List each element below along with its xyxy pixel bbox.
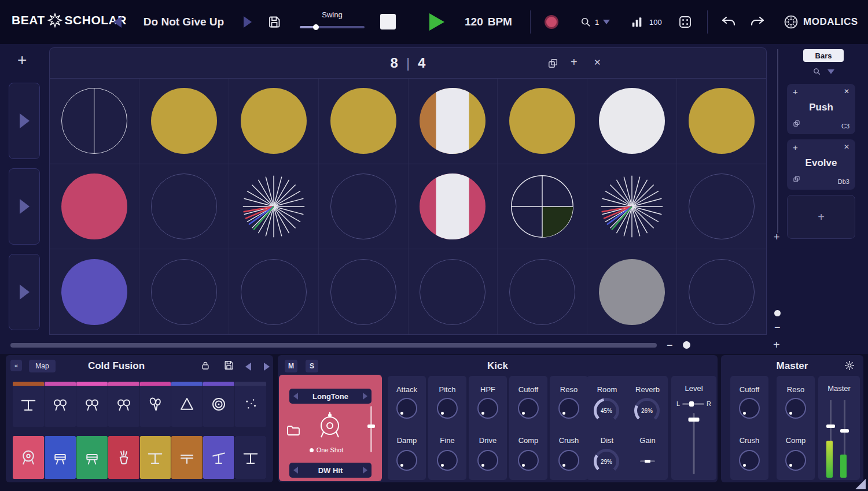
beat-circle-empty[interactable]	[689, 173, 755, 239]
pan-slider[interactable]	[682, 403, 704, 405]
lock-icon[interactable]	[200, 360, 211, 373]
beat-cell[interactable]	[50, 79, 139, 164]
gear-icon[interactable]	[844, 360, 855, 374]
loop-dropdown-icon[interactable]	[603, 20, 610, 24]
beat-cell[interactable]	[139, 249, 229, 334]
beat-circle-empty[interactable]	[330, 173, 396, 239]
sample-selector-top[interactable]: LongTone	[289, 389, 372, 404]
duplicate-pattern-icon[interactable]	[547, 58, 558, 71]
drum-pad[interactable]	[235, 382, 266, 427]
beat-cell[interactable]	[677, 79, 766, 164]
beat-circle-subdivided[interactable]	[241, 173, 307, 239]
beat-circle-empty-split[interactable]	[61, 88, 127, 154]
pan-handle[interactable]	[689, 401, 694, 407]
pitch-knob[interactable]	[437, 398, 458, 419]
beat-cell[interactable]	[319, 249, 409, 334]
drive-knob[interactable]	[477, 450, 498, 471]
crush-knob[interactable]	[558, 450, 579, 471]
song-title[interactable]: Do Not Give Up	[133, 16, 234, 28]
card-add-icon[interactable]: +	[793, 87, 798, 97]
vertical-zoom-handle[interactable]	[774, 310, 781, 316]
beat-cell[interactable]	[50, 164, 139, 249]
row-play-button-2[interactable]	[9, 168, 40, 245]
card-add-icon[interactable]: +	[793, 142, 798, 152]
beat-circle-empty[interactable]	[509, 259, 575, 325]
beat-cell[interactable]	[498, 164, 587, 249]
kit-name[interactable]: Cold Fusion	[41, 360, 192, 372]
prev-sample-icon[interactable]	[293, 393, 298, 400]
next-pattern-icon[interactable]	[244, 16, 252, 28]
beat-cell[interactable]	[139, 164, 229, 249]
drum-pad[interactable]	[108, 436, 139, 479]
hzoom-in-icon[interactable]: +	[773, 338, 780, 352]
drum-pad[interactable]	[76, 436, 108, 479]
sidebar-zoom-icon[interactable]	[812, 67, 821, 78]
swing-handle[interactable]	[313, 24, 319, 30]
vertical-zoom-out-icon[interactable]: −	[774, 322, 781, 334]
card-close-icon[interactable]: ✕	[844, 87, 849, 95]
hpf-knob[interactable]	[477, 398, 498, 419]
beat-circle-empty[interactable]	[151, 173, 217, 239]
beat-circle-split[interactable]	[420, 88, 486, 154]
save-kit-icon[interactable]	[223, 360, 234, 373]
play-button[interactable]	[429, 13, 444, 31]
card-close-icon[interactable]: ✕	[844, 143, 849, 151]
track-card-evolve[interactable]: + ✕ Evolve Db3	[787, 139, 855, 190]
drum-pad[interactable]	[140, 382, 171, 427]
beat-circle-filled[interactable]	[151, 88, 217, 154]
card-duplicate-icon[interactable]	[793, 175, 800, 185]
drum-pad[interactable]	[13, 382, 44, 427]
beat-circle-empty[interactable]	[330, 259, 396, 325]
beat-cell[interactable]	[677, 164, 766, 249]
drum-pad[interactable]	[45, 436, 76, 479]
next-sample-icon[interactable]	[363, 467, 367, 474]
add-pattern-icon[interactable]: +	[571, 56, 578, 69]
reverb-knob[interactable]: 26%	[634, 398, 660, 423]
redo-icon[interactable]	[750, 15, 765, 29]
beat-cell[interactable]	[319, 79, 409, 164]
dist-knob[interactable]: 29%	[594, 449, 619, 474]
beat-cell[interactable]	[409, 249, 498, 334]
folder-icon[interactable]	[286, 423, 300, 440]
beat-cell[interactable]	[229, 79, 319, 164]
vertical-zoom-track[interactable]	[777, 49, 778, 233]
track-card-push[interactable]: + ✕ Push C3	[787, 84, 855, 134]
collapse-icon[interactable]: «	[10, 360, 22, 371]
swing-slider[interactable]	[300, 26, 365, 28]
add-track-card[interactable]: +	[787, 195, 855, 239]
delete-pattern-icon[interactable]: ✕	[594, 57, 601, 68]
beat-circle-filled[interactable]	[61, 173, 127, 239]
bars-mode-button[interactable]: Bars	[803, 49, 844, 62]
timesig-numerator[interactable]: 8	[391, 55, 398, 71]
beat-circle-filled[interactable]	[61, 259, 127, 325]
drum-pad[interactable]	[235, 436, 266, 479]
beat-circle-filled[interactable]	[689, 88, 755, 154]
beat-cell[interactable]	[498, 79, 587, 164]
drum-pad[interactable]	[45, 382, 76, 427]
hzoom-out-icon[interactable]: −	[667, 339, 673, 352]
stop-button[interactable]	[380, 14, 396, 29]
cutoff-knob[interactable]	[739, 398, 760, 419]
beat-circle-filled[interactable]	[599, 259, 665, 325]
next-sample-icon[interactable]	[363, 393, 367, 400]
velocity-bars-icon[interactable]	[631, 16, 643, 28]
vertical-zoom-in-icon[interactable]: +	[774, 231, 780, 243]
one-shot-toggle[interactable]: One Shot	[279, 446, 374, 453]
beat-circle-empty[interactable]	[689, 259, 755, 325]
drum-pad[interactable]	[13, 436, 44, 479]
beat-cell[interactable]	[498, 249, 587, 334]
cutoff-knob[interactable]	[518, 398, 539, 419]
beat-circle-filled[interactable]	[599, 88, 665, 154]
sample-volume-slider[interactable]	[370, 406, 372, 452]
drum-pad[interactable]	[140, 436, 171, 479]
beat-circle-subdivided[interactable]	[599, 173, 665, 239]
hzoom-handle[interactable]	[683, 341, 690, 349]
prev-pattern-icon[interactable]	[113, 16, 122, 28]
beat-circle-empty[interactable]	[151, 259, 217, 325]
beat-cell[interactable]	[677, 249, 766, 334]
dice-icon[interactable]	[678, 15, 692, 29]
drum-pad[interactable]	[203, 436, 234, 479]
beat-cell[interactable]	[409, 79, 498, 164]
add-row-button[interactable]: +	[17, 51, 27, 69]
time-signature[interactable]: 8 | 4	[50, 48, 766, 78]
